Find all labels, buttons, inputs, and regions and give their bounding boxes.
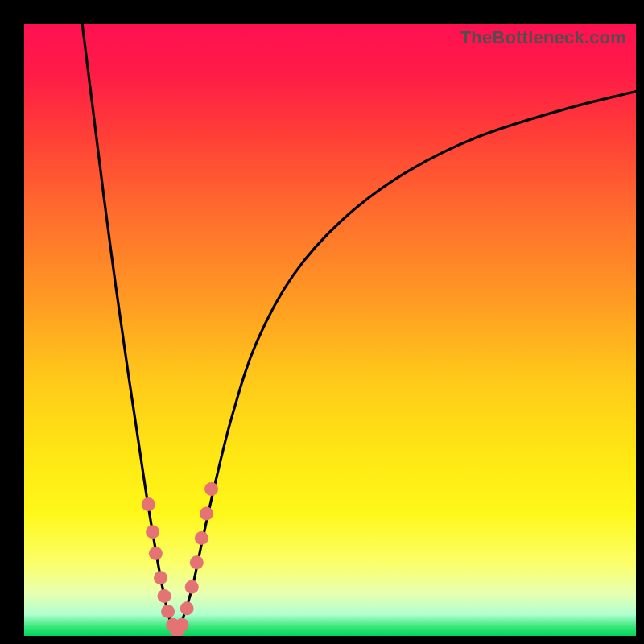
watermark-text: TheBottleneck.com: [460, 27, 626, 48]
marker-dot: [180, 601, 194, 615]
marker-dot: [149, 547, 163, 560]
marker-dot: [195, 531, 208, 545]
marker-dot: [185, 580, 199, 594]
marker-group: [142, 482, 218, 636]
marker-dot: [146, 525, 159, 539]
marker-dot: [175, 618, 189, 632]
marker-dot: [142, 497, 155, 511]
marker-dot: [154, 571, 167, 584]
curve-left-branch: [82, 24, 177, 636]
curve-right-branch: [177, 92, 636, 636]
marker-dot: [158, 589, 171, 603]
marker-dot: [161, 605, 175, 618]
marker-dot: [190, 555, 204, 569]
plot-area: TheBottleneck.com: [24, 24, 636, 636]
chart-frame: TheBottleneck.com: [0, 0, 644, 644]
curve-layer: [24, 24, 636, 636]
marker-dot: [204, 482, 218, 496]
marker-dot: [200, 507, 213, 521]
